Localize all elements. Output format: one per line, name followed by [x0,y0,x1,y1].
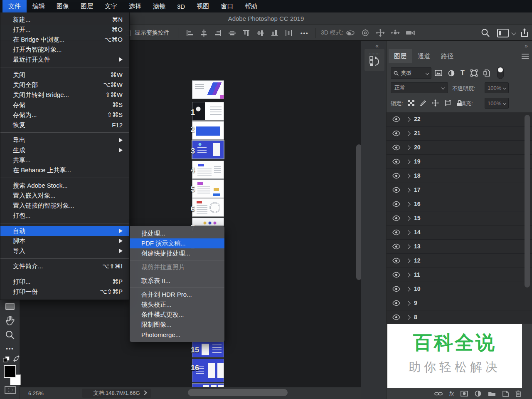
new-layer-icon[interactable] [502,391,509,397]
shape-layer-filter-icon[interactable] [470,69,478,77]
visibility-eye-icon[interactable] [392,173,400,179]
file-menu-item-close[interactable]: 关闭⌘W [0,70,129,80]
type-layer-filter-icon[interactable]: T [461,69,465,77]
expand-chevron-icon[interactable] [406,287,410,291]
layer-row-22[interactable]: 22 [387,112,532,126]
align-middle-icon[interactable] [257,30,264,37]
expand-chevron-icon[interactable] [406,159,410,164]
layer-row-10[interactable]: 10 [387,282,532,296]
expand-chevron-icon[interactable] [406,145,410,150]
pan-3d-icon[interactable] [376,29,385,37]
file-menu-item-revert[interactable]: 恢复F12 [0,120,129,130]
roll-3d-icon[interactable] [361,29,370,37]
layer-row-17[interactable]: 17 [387,183,532,197]
menubar-item-window[interactable]: 窗口 [215,0,239,12]
visibility-eye-icon[interactable] [392,116,400,122]
visibility-eye-icon[interactable] [392,286,400,292]
link-icon[interactable] [434,392,443,396]
zoom-level[interactable]: 6.25% [28,390,44,397]
expand-chevron-icon[interactable] [406,315,410,320]
expand-chevron-icon[interactable] [406,173,410,178]
visibility-eye-icon[interactable] [392,130,400,136]
menubar-item-3d[interactable]: 3D [171,0,191,12]
visibility-eye-icon[interactable] [392,300,400,306]
expand-chevron-icon[interactable] [406,258,410,263]
align-right-icon[interactable] [214,30,222,37]
layer-filter-dropdown[interactable]: 类型 [391,67,431,79]
lock-transparent-icon[interactable] [408,100,414,106]
menubar-item-view[interactable]: 视图 [191,0,215,12]
opacity-dropdown[interactable]: 100% [485,82,509,93]
automate-submenu-item-fit-image[interactable]: 限制图像... [130,320,224,330]
file-menu-item-new[interactable]: 新建...⌘N [0,15,129,25]
expand-chevron-icon[interactable] [406,131,410,136]
lock-artboard-icon[interactable] [444,100,451,106]
visibility-eye-icon[interactable] [392,215,400,221]
visibility-eye-icon[interactable] [392,187,400,193]
automate-submenu-item-create-droplet[interactable]: 创建快捷批处理... [130,248,224,258]
page-thumbnail-7[interactable] [192,180,224,198]
file-menu-item-browse-in-bridge[interactable]: 在 Bridge 中浏览...⌥⌘O [0,35,129,45]
expand-chevron-icon[interactable] [406,117,410,121]
history-panel-button[interactable]: :::::::: [365,49,384,71]
expand-chevron-icon[interactable] [406,230,410,235]
swap-colors-icon[interactable] [7,355,27,362]
layer-row-9[interactable]: 9 [387,296,532,310]
automate-submenu-item-batch[interactable]: 批处理... [130,228,224,238]
file-menu-item-search-adobe-stock[interactable]: 搜索 Adobe Stock... [0,181,129,191]
menubar-item-image[interactable]: 图像 [51,0,75,12]
layer-row-14[interactable]: 14 [387,226,532,240]
panel-menu-icon[interactable] [522,54,529,60]
file-menu-item-close-all[interactable]: 关闭全部⌥⌘W [0,80,129,90]
layer-mask-icon[interactable] [461,391,468,397]
expand-chevron-icon[interactable] [406,273,410,277]
filter-toggle-switch[interactable] [497,67,504,79]
page-thumbnail-5[interactable] [192,141,224,159]
align-top-icon[interactable] [243,30,250,37]
menubar-item-file[interactable]: 文件 [2,0,27,12]
menubar-item-help[interactable]: 帮助 [239,0,263,12]
layer-row-20[interactable]: 20 [387,141,532,155]
hand-tool-button[interactable] [0,315,20,326]
slide-3d-icon[interactable] [391,29,400,37]
visibility-eye-icon[interactable] [392,314,400,320]
adjustment-layer-icon[interactable] [475,390,481,397]
more-options-icon[interactable]: ••• [300,30,309,36]
menubar-item-filter[interactable]: 滤镜 [147,0,171,12]
automate-submenu-item-conditional-mode-change[interactable]: 条件模式更改... [130,310,224,320]
page-thumbnail-8[interactable] [192,198,224,216]
share-icon[interactable] [520,28,529,38]
expand-chevron-icon[interactable] [406,301,410,305]
file-menu-item-place-linked[interactable]: 置入链接的智能对象... [0,201,129,211]
edit-toolbar-button[interactable]: ••• [0,345,20,352]
file-menu-item-share-on-behance[interactable]: 在 Behance 上共享... [0,165,129,175]
file-menu-item-package[interactable]: 打包... [0,211,129,221]
page-thumbnail-6[interactable] [192,161,224,178]
file-menu-item-scripts[interactable]: 脚本 [0,236,129,246]
trash-icon[interactable] [515,390,521,397]
expand-chevron-icon[interactable] [406,188,410,192]
orbit-3d-icon[interactable] [346,29,355,37]
visibility-eye-icon[interactable] [392,243,400,250]
adjustment-layer-filter-icon[interactable] [448,70,455,77]
layer-row-12[interactable]: 12 [387,254,532,268]
menubar-item-type[interactable]: 文字 [99,0,123,12]
group-folder-icon[interactable] [488,391,496,397]
page-thumbnail-partial-8[interactable] [192,218,224,226]
layer-row-13[interactable]: 13 [387,240,532,254]
zoom-tool-button[interactable] [0,330,20,340]
automate-submenu-item-photomerge[interactable]: Photomerge... [130,330,224,340]
automate-submenu-item-pdf-presentation[interactable]: PDF 演示文稿... [130,238,224,248]
visibility-eye-icon[interactable] [392,159,400,165]
tab-channels[interactable]: 通道 [412,49,436,63]
layer-row-18[interactable]: 18 [387,169,532,183]
blend-mode-dropdown[interactable]: 正常 [391,82,448,93]
file-menu-item-share[interactable]: 共享... [0,155,129,165]
fx-icon[interactable]: fx [449,390,454,397]
visibility-eye-icon[interactable] [392,229,400,235]
visibility-eye-icon[interactable] [392,144,400,151]
align-bottom-icon[interactable] [271,30,278,37]
expand-right-icon[interactable]: » [525,42,528,49]
page-thumbnail-4[interactable] [192,121,224,139]
tab-layers[interactable]: 图层 [389,49,412,63]
